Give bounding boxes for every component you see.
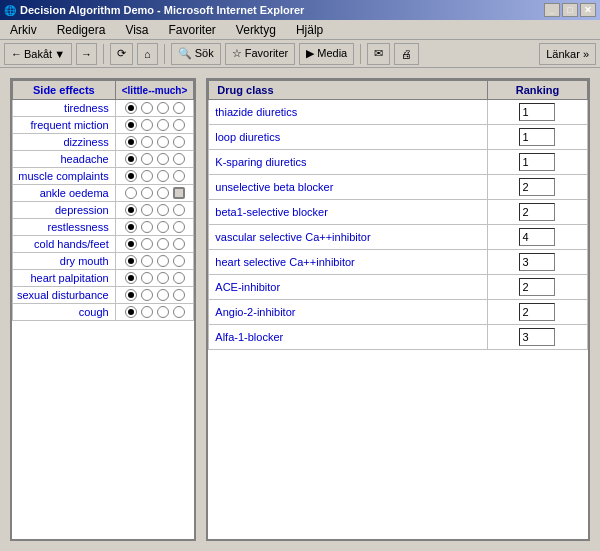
radio-option-3[interactable]: [173, 153, 185, 165]
radio-option-0[interactable]: [125, 119, 137, 131]
radio-option-3[interactable]: [173, 221, 185, 233]
ranking-cell: [487, 325, 587, 350]
radio-option-1[interactable]: [141, 306, 153, 318]
radio-option-2[interactable]: [157, 289, 169, 301]
ranking-input[interactable]: [519, 178, 555, 196]
radio-option-2[interactable]: [157, 119, 169, 131]
radio-option-1[interactable]: [141, 136, 153, 148]
menu-favoriter[interactable]: Favoriter: [163, 21, 222, 39]
ranking-input[interactable]: [519, 303, 555, 321]
radio-group-cell: [115, 219, 194, 236]
side-effect-row: cough: [13, 304, 194, 321]
menu-arkiv[interactable]: Arkiv: [4, 21, 43, 39]
side-effect-label: frequent miction: [13, 117, 116, 134]
radio-option-0[interactable]: [125, 221, 137, 233]
mail-button[interactable]: ✉: [367, 43, 390, 65]
ranking-input[interactable]: [519, 278, 555, 296]
radio-option-3[interactable]: [173, 187, 185, 199]
radio-option-0[interactable]: [125, 204, 137, 216]
radio-option-0[interactable]: [125, 102, 137, 114]
ranking-cell: [487, 225, 587, 250]
radio-option-3[interactable]: [173, 238, 185, 250]
drug-class-row: K-sparing diuretics: [209, 150, 588, 175]
radio-option-2[interactable]: [157, 255, 169, 267]
sep2: [164, 44, 165, 64]
radio-option-2[interactable]: [157, 153, 169, 165]
radio-option-3[interactable]: [173, 204, 185, 216]
title-bar: 🌐 Decision Algorithm Demo - Microsoft In…: [0, 0, 600, 20]
radio-option-0[interactable]: [125, 255, 137, 267]
radio-option-3[interactable]: [173, 306, 185, 318]
radio-option-3[interactable]: [173, 102, 185, 114]
toolbar: ← Bakåt ▼ → ⟳ ⌂ 🔍 Sök ☆ Favoriter ▶ Medi…: [0, 40, 600, 68]
radio-option-3[interactable]: [173, 255, 185, 267]
radio-option-0[interactable]: [125, 153, 137, 165]
home-button[interactable]: ⌂: [137, 43, 158, 65]
side-effect-label: dry mouth: [13, 253, 116, 270]
radio-option-3[interactable]: [173, 170, 185, 182]
radio-option-0[interactable]: [125, 136, 137, 148]
radio-option-0[interactable]: [125, 170, 137, 182]
radio-option-1[interactable]: [141, 119, 153, 131]
minimize-button[interactable]: _: [544, 3, 560, 17]
drug-class-label: beta1-selective blocker: [209, 200, 488, 225]
radio-option-1[interactable]: [141, 272, 153, 284]
radio-option-1[interactable]: [141, 153, 153, 165]
radio-option-1[interactable]: [141, 289, 153, 301]
search-button[interactable]: 🔍 Sök: [171, 43, 221, 65]
radio-option-1[interactable]: [141, 255, 153, 267]
media-button[interactable]: ▶ Media: [299, 43, 354, 65]
radio-option-2[interactable]: [157, 187, 169, 199]
favorites-button[interactable]: ☆ Favoriter: [225, 43, 295, 65]
refresh-button[interactable]: ⟳: [110, 43, 133, 65]
radio-option-2[interactable]: [157, 238, 169, 250]
ranking-input[interactable]: [519, 203, 555, 221]
radio-group-cell: [115, 236, 194, 253]
radio-option-3[interactable]: [173, 272, 185, 284]
ranking-input[interactable]: [519, 103, 555, 121]
ranking-input[interactable]: [519, 128, 555, 146]
print-button[interactable]: 🖨: [394, 43, 419, 65]
side-effect-row: sexual disturbance: [13, 287, 194, 304]
radio-option-1[interactable]: [141, 221, 153, 233]
ranking-input[interactable]: [519, 228, 555, 246]
back-button[interactable]: ← Bakåt ▼: [4, 43, 72, 65]
content-area: Side effects <little--much> tirednessfre…: [0, 68, 600, 551]
radio-option-2[interactable]: [157, 221, 169, 233]
radio-option-0[interactable]: [125, 306, 137, 318]
radio-option-0[interactable]: [125, 187, 137, 199]
radio-option-0[interactable]: [125, 238, 137, 250]
radio-option-3[interactable]: [173, 289, 185, 301]
radio-option-3[interactable]: [173, 119, 185, 131]
ranking-input[interactable]: [519, 328, 555, 346]
radio-option-2[interactable]: [157, 272, 169, 284]
radio-option-3[interactable]: [173, 136, 185, 148]
radio-option-2[interactable]: [157, 102, 169, 114]
radio-option-2[interactable]: [157, 170, 169, 182]
drug-class-row: unselective beta blocker: [209, 175, 588, 200]
ranking-cell: [487, 300, 587, 325]
sep1: [103, 44, 104, 64]
radio-option-1[interactable]: [141, 102, 153, 114]
radio-option-2[interactable]: [157, 204, 169, 216]
radio-option-1[interactable]: [141, 170, 153, 182]
radio-option-2[interactable]: [157, 136, 169, 148]
menu-verktyg[interactable]: Verktyg: [230, 21, 282, 39]
links-button[interactable]: Länkar »: [539, 43, 596, 65]
radio-group-cell: [115, 270, 194, 287]
radio-option-1[interactable]: [141, 204, 153, 216]
menu-hjalp[interactable]: Hjälp: [290, 21, 329, 39]
ranking-input[interactable]: [519, 253, 555, 271]
radio-option-0[interactable]: [125, 289, 137, 301]
radio-option-2[interactable]: [157, 306, 169, 318]
radio-option-1[interactable]: [141, 187, 153, 199]
menu-redigera[interactable]: Redigera: [51, 21, 112, 39]
close-button[interactable]: ✕: [580, 3, 596, 17]
radio-option-0[interactable]: [125, 272, 137, 284]
ranking-input[interactable]: [519, 153, 555, 171]
side-effect-row: tiredness: [13, 100, 194, 117]
forward-button[interactable]: →: [76, 43, 97, 65]
radio-option-1[interactable]: [141, 238, 153, 250]
menu-visa[interactable]: Visa: [119, 21, 154, 39]
maximize-button[interactable]: □: [562, 3, 578, 17]
